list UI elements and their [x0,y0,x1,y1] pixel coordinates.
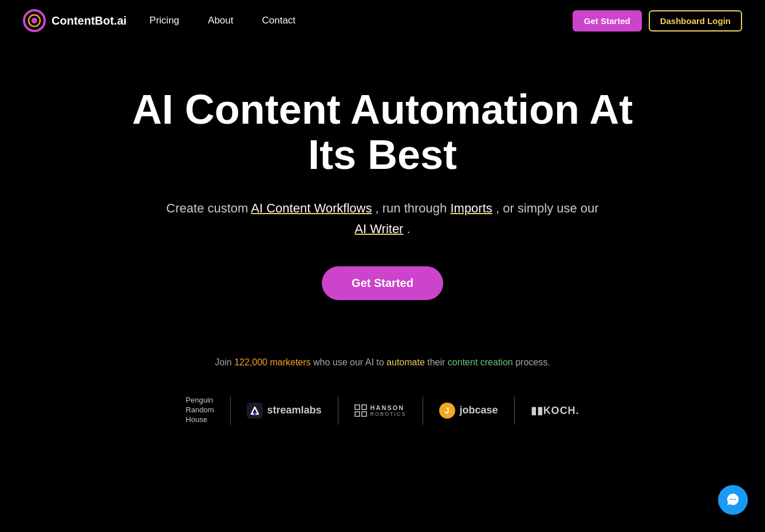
svg-rect-3 [247,403,263,419]
brand-logos-row: PenguinRandomHouse streamlabs [169,396,595,425]
social-text-4: process. [515,357,550,367]
svg-rect-8 [362,412,366,416]
nav-dashboard-login-button[interactable]: Dashboard Login [649,10,742,31]
hanson-text: HANSON ROBOTICS [370,404,407,417]
hero-subtitle: Create custom AI Content Workflows , run… [159,198,606,238]
nav-right: Get Started Dashboard Login [573,10,742,31]
nav-item-contact[interactable]: Contact [262,15,296,26]
logo-link[interactable]: ContentBot.ai [23,9,127,32]
chat-icon [725,492,740,507]
logo-text: ContentBot.ai [52,14,127,27]
svg-rect-6 [362,405,366,409]
hero-subtitle-text2: , run through [376,201,447,215]
hero-link-ai-writer[interactable]: AI Writer [354,222,403,236]
hero-subtitle-text4: . [407,222,411,236]
nav-links: Pricing About Contact [149,15,295,26]
social-highlight-automate: automate [387,357,425,367]
jobcase-text: jobcase [460,404,498,416]
hero-subtitle-text1: Create custom [166,201,248,215]
nav-left: ContentBot.ai Pricing About Contact [23,9,295,32]
streamlabs-icon [247,403,263,419]
nav-link-about[interactable]: About [208,15,233,26]
brand-penguin-text: PenguinRandomHouse [186,396,214,425]
koch-text: ▮▮KOCH. [531,404,579,417]
social-highlight-content-creation: content creation [448,357,513,367]
hanson-container: HANSON ROBOTICS [354,404,407,417]
hero-get-started-button[interactable]: Get Started [322,266,443,300]
streamlabs-container: streamlabs [247,403,322,419]
social-proof-section: Join 122,000 marketers who use our AI to… [0,334,765,459]
social-text-2: who use our AI to [313,357,387,367]
social-proof-text: Join 122,000 marketers who use our AI to… [215,357,550,368]
brand-hanson: HANSON ROBOTICS [338,396,423,425]
jobcase-icon: J [439,403,455,419]
svg-point-10 [732,499,734,500]
svg-point-9 [730,499,731,500]
logo-icon [23,9,46,32]
hero-link-imports[interactable]: Imports [450,201,492,215]
hanson-grid-icon [354,404,367,417]
chat-widget[interactable] [718,485,748,515]
social-text-1: Join [215,357,234,367]
social-highlight-marketers: 122,000 marketers [234,357,310,367]
svg-rect-7 [355,412,360,416]
streamlabs-text: streamlabs [267,404,322,416]
brand-streamlabs: streamlabs [231,396,338,425]
hero-link-workflows[interactable]: AI Content Workflows [251,201,372,215]
nav-item-about[interactable]: About [208,15,233,26]
svg-point-11 [735,499,736,500]
svg-point-2 [31,18,37,23]
nav-link-contact[interactable]: Contact [262,15,296,26]
brand-koch: ▮▮KOCH. [515,396,596,425]
nav-get-started-button[interactable]: Get Started [573,10,642,31]
hero-subtitle-text3: , or simply use our [496,201,599,215]
jobcase-container: J jobcase [439,403,498,419]
nav-item-pricing[interactable]: Pricing [149,15,179,26]
hero-section: AI Content Automation At Its Best Create… [0,41,765,334]
navbar: ContentBot.ai Pricing About Contact Get … [0,0,765,41]
hero-title: AI Content Automation At Its Best [125,87,640,178]
social-text-3: their [427,357,448,367]
brand-penguin: PenguinRandomHouse [169,396,230,425]
svg-rect-5 [355,405,360,409]
nav-link-pricing[interactable]: Pricing [149,15,179,26]
brand-jobcase: J jobcase [423,396,515,425]
svg-point-4 [254,413,256,416]
